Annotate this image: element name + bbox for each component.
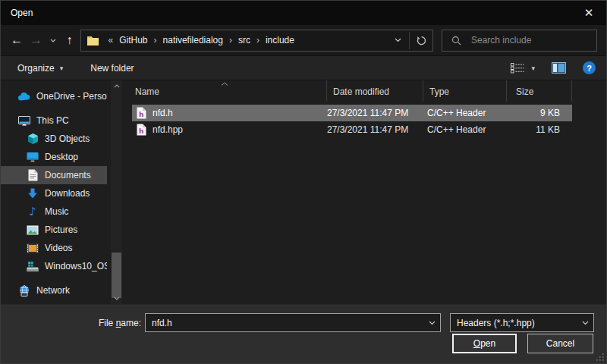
label-text: ame: <box>121 318 141 328</box>
forward-arrow-icon: → <box>30 33 42 47</box>
search-input[interactable] <box>470 34 590 46</box>
file-size-cell: 9 KB <box>507 108 572 118</box>
recent-locations-button[interactable] <box>46 29 60 52</box>
organize-label: Organize <box>17 63 55 74</box>
dialog-footer: File name: Headers (*.h;*.hpp) Open Canc… <box>1 304 606 363</box>
sidebar-item-windows10-os[interactable]: Windows10_OS ( <box>1 257 107 275</box>
file-name-cell: hnfd.h <box>132 107 327 119</box>
breadcrumb-item[interactable]: include <box>263 35 297 46</box>
up-arrow-icon: ↑ <box>67 33 73 47</box>
close-button[interactable]: ✕ <box>571 1 606 25</box>
sidebar-item-pictures[interactable]: Pictures <box>1 221 107 239</box>
sidebar-nav: OneDrive - PersorThis PC3D ObjectsDeskto… <box>1 87 122 300</box>
chevron-down-icon[interactable] <box>423 321 440 325</box>
sidebar-item-videos[interactable]: Videos <box>1 239 107 257</box>
scroll-down-icon[interactable] <box>111 293 122 303</box>
file-rows: hnfd.h27/3/2021 11:47 PMC/C++ Header9 KB… <box>122 105 606 138</box>
sidebar-item-label: Videos <box>45 243 72 253</box>
column-header-size[interactable]: Size <box>507 80 572 102</box>
back-button[interactable]: ← <box>7 29 27 52</box>
music-note-icon: ♪ <box>26 206 39 218</box>
refresh-icon <box>417 36 426 46</box>
up-button[interactable]: ↑ <box>60 29 80 52</box>
breadcrumb-overflow-chevron-icon[interactable]: « <box>104 35 117 46</box>
sort-ascending-icon <box>221 82 228 86</box>
scroll-up-icon[interactable] <box>111 81 122 91</box>
pictures-icon <box>26 225 39 235</box>
file-size-cell: 11 KB <box>507 124 572 135</box>
column-label: Type <box>429 86 449 97</box>
breadcrumb-separator-chevron-icon: › <box>225 35 236 46</box>
sidebar-item-label: Desktop <box>45 152 78 162</box>
file-name-input[interactable] <box>146 317 423 329</box>
objects-3d-cube-icon <box>26 133 39 145</box>
file-date-modified-cell: 27/3/2021 11:47 PM <box>327 124 423 135</box>
svg-text:h: h <box>139 111 143 118</box>
sidebar-item-desktop[interactable]: Desktop <box>1 148 107 166</box>
resize-grip-icon[interactable] <box>596 353 604 361</box>
sidebar-item-this-pc[interactable]: This PC <box>1 111 107 130</box>
forward-button[interactable]: → <box>27 29 46 52</box>
preview-pane-icon[interactable] <box>552 62 566 74</box>
sidebar-item-label: 3D Objects <box>45 133 90 144</box>
new-folder-label: New folder <box>90 63 134 74</box>
column-header-name[interactable]: Name <box>122 80 327 102</box>
open-file-dialog: Open ✕ ← → ↑ «GitHub›nativefiledialog›sr… <box>0 0 607 364</box>
column-label: Size <box>516 86 533 97</box>
button-text: pen <box>480 338 495 349</box>
network-icon <box>17 285 31 297</box>
views-dropdown-chevron-icon[interactable]: ▾ <box>531 64 535 72</box>
breadcrumb-item[interactable]: nativefiledialog <box>161 35 225 46</box>
file-type-dropdown[interactable]: Headers (*.h;*.hpp) <box>450 313 594 332</box>
file-name-label: File name: <box>1 318 141 328</box>
title-bar: Open ✕ <box>1 1 606 25</box>
question-mark-icon: ? <box>587 64 592 73</box>
sidebar-item-label: This PC <box>36 115 69 126</box>
breadcrumb-item[interactable]: src <box>236 35 253 46</box>
help-button[interactable]: ? <box>583 61 596 74</box>
sidebar-item-3d-objects[interactable]: 3D Objects <box>1 130 107 148</box>
label-text: File <box>99 318 116 328</box>
sidebar-item-documents[interactable]: Documents <box>1 166 107 184</box>
address-dropdown-button[interactable] <box>386 30 409 51</box>
address-bar[interactable]: «GitHub›nativefiledialog›src›include <box>80 30 433 52</box>
command-toolbar: Organize ▾ New folder ▾ ? <box>1 56 606 80</box>
open-button[interactable]: Open <box>452 334 517 353</box>
sidebar-item-music[interactable]: ♪Music <box>1 202 107 221</box>
back-arrow-icon: ← <box>11 33 23 47</box>
new-folder-button[interactable]: New folder <box>90 63 134 74</box>
column-header-type[interactable]: Type <box>423 80 507 102</box>
window-title: Open <box>1 8 33 18</box>
file-type-cell: C/C++ Header <box>423 108 507 118</box>
column-label: Name <box>135 86 159 97</box>
sidebar-item-network[interactable]: Network <box>1 281 107 300</box>
sidebar-item-label: Pictures <box>45 224 77 235</box>
scrollbar-thumb[interactable] <box>112 253 121 298</box>
onedrive-cloud-icon <box>17 92 31 101</box>
column-header-date-modified[interactable]: Date modified <box>327 80 423 102</box>
refresh-button[interactable] <box>410 30 432 51</box>
file-list-pane: Name Date modified Type Size hnfd.h27/3/… <box>122 80 606 304</box>
sidebar-item-downloads[interactable]: Downloads <box>1 184 107 202</box>
cancel-button[interactable]: Cancel <box>527 334 593 353</box>
toolbar-right-group: ▾ ? <box>511 61 596 74</box>
main-area: OneDrive - PersorThis PC3D ObjectsDeskto… <box>1 80 606 304</box>
sidebar-scrollbar[interactable] <box>111 80 122 304</box>
sidebar-item-label: Network <box>36 285 70 296</box>
svg-text:h: h <box>139 127 143 135</box>
file-name-text: nfd.h <box>153 108 173 118</box>
organize-button[interactable]: Organize ▾ <box>17 63 63 74</box>
sidebar-item-onedrive-persor[interactable]: OneDrive - Persor <box>1 87 107 105</box>
search-box[interactable] <box>442 30 597 52</box>
sidebar-item-label: Documents <box>45 170 91 180</box>
search-icon <box>451 36 461 46</box>
chevron-down-icon <box>577 321 593 325</box>
file-row[interactable]: hnfd.h27/3/2021 11:47 PMC/C++ Header9 KB <box>132 105 572 121</box>
file-name-combobox[interactable] <box>145 313 441 332</box>
breadcrumb-item[interactable]: GitHub <box>117 35 149 46</box>
column-label: Date modified <box>333 86 389 97</box>
hard-drive-icon <box>26 261 39 272</box>
sidebar-item-label: Downloads <box>45 188 90 199</box>
details-view-icon[interactable] <box>511 62 524 74</box>
file-row[interactable]: hnfd.hpp27/3/2021 11:47 PMC/C++ Header11… <box>132 121 572 138</box>
